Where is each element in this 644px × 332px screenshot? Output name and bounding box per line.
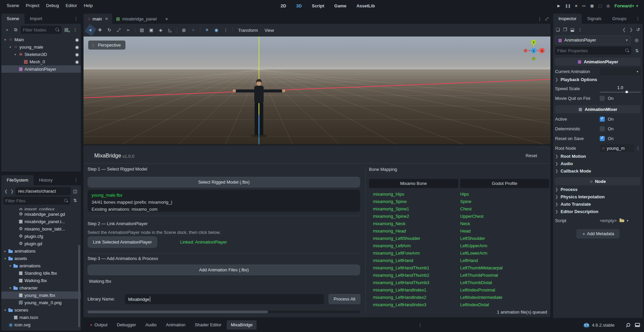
fold-section[interactable]: ❯Editor Description <box>555 208 641 215</box>
attach-script-icon[interactable]: ▤ <box>63 26 70 34</box>
process-all-button[interactable]: Process All <box>328 294 361 304</box>
reset-on-save-checkbox[interactable] <box>600 136 605 141</box>
bone-mapping-row[interactable]: mixamorig_LeftArm LeftUpperArm <box>369 242 549 249</box>
load-resource-icon[interactable]: ❐ <box>563 27 567 32</box>
menu-project[interactable]: Project <box>22 0 43 11</box>
workspace-tab[interactable]: Script <box>307 3 328 8</box>
visibility-toggle-icon[interactable] <box>74 52 79 57</box>
bone-mapping-row[interactable]: mixamorig_LeftHandThumb3 LeftThumbDistal <box>369 279 549 286</box>
file-tree-row[interactable]: animations <box>1 247 81 255</box>
rotate-tool-icon[interactable]: ↻ <box>105 26 114 35</box>
bone-mapping-row[interactable]: mixamorig_Spine1 Chest <box>369 205 549 212</box>
fold-section[interactable]: ❯Root Motion <box>555 153 641 159</box>
tab-filesystem[interactable]: FileSystem <box>1 175 34 185</box>
tab-history[interactable]: History <box>34 175 58 185</box>
file-tree-row[interactable]: import_configur... <box>1 207 81 210</box>
file-tree-row[interactable]: character <box>1 284 81 291</box>
file-tree-row[interactable]: Walking.fbx <box>1 277 81 284</box>
section-animationmixer[interactable]: ▦AnimationMixer <box>555 105 641 113</box>
add-metadata-button[interactable]: ＋ Add Metadata <box>576 229 620 239</box>
open-docs-icon[interactable]: ◎ <box>633 38 641 43</box>
expand-arrow-icon[interactable] <box>8 45 13 49</box>
scene-dock-menu-icon[interactable]: ⋮ <box>72 14 79 24</box>
root-node-options-icon[interactable]: ⋮ <box>635 146 641 151</box>
scene-toolbar-menu-icon[interactable]: ⋮ <box>71 26 79 34</box>
file-tree-row[interactable]: assets <box>1 255 81 262</box>
property-options-icon[interactable]: ⇅ <box>633 48 641 53</box>
bone-mapping-row[interactable]: mixamorig_LeftHandThumb2 LeftThumbProxim… <box>369 271 549 279</box>
section-animationplayer[interactable]: ▦AnimationPlayer <box>555 58 641 66</box>
sort-files-icon[interactable]: ⇅ <box>71 197 79 204</box>
file-tree-row[interactable]: scenes <box>1 306 81 314</box>
menu-debug[interactable]: Debug <box>43 0 62 11</box>
lock-node-icon[interactable]: ▣ <box>147 26 156 35</box>
scene-tree-row[interactable]: AnimationPlayer <box>1 65 81 73</box>
tabbar-menu-icon[interactable]: ⋮ <box>537 16 542 21</box>
speed-scale-slider[interactable]: 1.0 <box>600 84 641 92</box>
tab-scene[interactable]: Scene <box>1 14 24 24</box>
filesystem-scrollbar[interactable] <box>78 245 80 327</box>
scene-tree-row[interactable]: Main <box>1 36 81 43</box>
expand-arrow-icon[interactable] <box>3 308 8 312</box>
file-tree-row[interactable]: Standing Idle.fbx <box>1 269 81 277</box>
inspector-dock-menu-icon[interactable]: ⋮ <box>634 14 641 24</box>
ruler-icon[interactable]: ◺ <box>166 26 174 35</box>
section-node[interactable]: ○Node <box>555 177 641 185</box>
bone-mapping-row[interactable]: mixamorig_LeftHandIndex3 LeftIndexDistal <box>369 301 549 308</box>
view-gizmo[interactable]: Y X Z <box>522 39 546 63</box>
scene-tree-row[interactable]: Mesh_0 <box>1 58 81 65</box>
preview-settings-icon[interactable]: ⋮ <box>221 26 230 35</box>
instantiate-scene-icon[interactable]: ⧉ <box>12 26 19 34</box>
path-field[interactable]: res://assets/charact <box>15 187 71 195</box>
bottom-panel-tab[interactable]: Animation <box>162 320 190 330</box>
nav-back-icon[interactable]: ❮ <box>3 189 9 194</box>
history-forward-icon[interactable]: ❯ <box>629 27 633 32</box>
add-node-icon[interactable]: ＋ <box>3 26 11 34</box>
new-resource-icon[interactable]: ❏ <box>556 27 560 32</box>
library-name-input[interactable]: Mixabridge <box>125 294 324 304</box>
expand-arrow-icon[interactable] <box>3 257 8 260</box>
file-tree-row[interactable]: main.tscn <box>1 314 81 321</box>
skeleton-options-icon[interactable]: ⁘ <box>189 26 198 35</box>
close-icon[interactable]: ✕ <box>104 17 108 21</box>
tab-signals[interactable]: Signals <box>582 14 607 24</box>
transform-menu[interactable]: Transform <box>235 28 261 33</box>
resource-menu-icon[interactable]: ⋮ <box>578 27 582 32</box>
fold-playback-options[interactable]: ❯Playback Options <box>555 76 641 83</box>
chevron-down-icon[interactable]: ▾ <box>627 219 629 222</box>
bottom-panel-tab[interactable]: Output <box>86 320 111 330</box>
move-tool-icon[interactable]: ✥ <box>96 26 104 35</box>
pause-button-icon[interactable]: ❚❚ <box>565 4 570 8</box>
deterministic-checkbox[interactable] <box>600 126 605 131</box>
expand-arrow-icon[interactable] <box>8 264 13 268</box>
file-tree-row[interactable]: mixamo_bone_tabl... <box>1 225 81 233</box>
select-tool-icon[interactable]: ➤ <box>85 24 97 36</box>
file-filter-input[interactable]: Filter Files <box>3 197 70 205</box>
tab-import[interactable]: Import <box>24 14 48 24</box>
bone-mapping-row[interactable]: mixamorig_Hips Hips <box>369 190 549 198</box>
snap-object-icon[interactable]: ◍ <box>179 26 188 35</box>
visibility-toggle-icon[interactable] <box>74 45 79 50</box>
expand-arrow-icon[interactable] <box>8 286 13 290</box>
filesystem-dock-menu-icon[interactable]: ⋮ <box>72 175 79 185</box>
bottom-panel-tab[interactable]: Debugger <box>113 320 140 330</box>
movie-maker-icon[interactable]: ▦ <box>590 4 594 8</box>
bottom-panel-tab[interactable]: Audio <box>142 320 161 330</box>
bone-mapping-row[interactable]: mixamorig_LeftHand LeftHand <box>369 257 549 264</box>
file-tree-row[interactable]: plugin.cfg <box>1 233 81 240</box>
add-animation-files-button[interactable]: Add Animation Files (.fbx) <box>88 265 360 275</box>
bone-mapping-row[interactable]: mixamorig_Neck Neck <box>369 220 549 227</box>
preview-sun-icon[interactable]: ☀ <box>203 26 211 35</box>
save-resource-icon[interactable]: ⬓ <box>570 27 574 32</box>
workspace-tab[interactable]: 2D <box>275 3 289 8</box>
workspace-tab[interactable]: Game <box>329 3 350 8</box>
expand-arrow-icon[interactable] <box>13 53 18 56</box>
scale-tool-icon[interactable]: ⤢ <box>114 26 123 35</box>
stop-button-icon[interactable]: ■ <box>575 4 578 8</box>
transform-snap-icon[interactable]: ▤ <box>138 26 146 35</box>
tab-inspector[interactable]: Inspector <box>553 14 582 24</box>
fold-section[interactable]: ❯Auto Translate <box>555 201 641 207</box>
active-checkbox[interactable] <box>600 117 605 122</box>
play-scene-icon[interactable]: ▭ <box>582 4 585 8</box>
selection-list-icon[interactable]: ➢ <box>124 26 132 35</box>
